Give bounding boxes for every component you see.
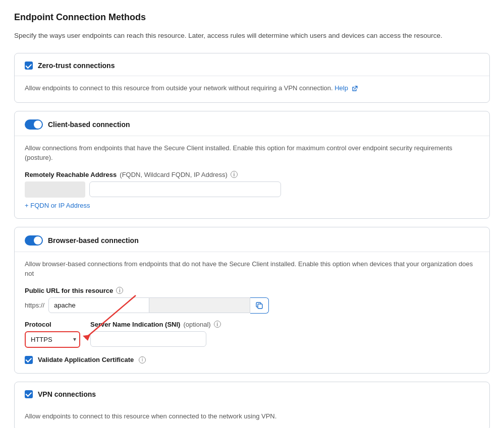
url-apache-input[interactable] bbox=[48, 297, 149, 313]
client-based-toggle[interactable] bbox=[25, 119, 43, 130]
browser-based-toggle[interactable] bbox=[25, 235, 43, 246]
client-based-body: Allow connections from endpoints that ha… bbox=[15, 136, 489, 218]
svg-rect-0 bbox=[258, 304, 262, 309]
validate-cert-row: Validate Application Certificate i bbox=[25, 356, 479, 373]
page-title: Endpoint Connection Methods bbox=[14, 12, 490, 23]
validate-cert-label: Validate Application Certificate bbox=[38, 356, 134, 363]
zero-trust-header: Zero-trust connections bbox=[15, 53, 489, 76]
browser-based-body: Allow browser-based connections from end… bbox=[15, 252, 489, 373]
browser-based-section: Browser-based connection Allow browser-b… bbox=[14, 227, 490, 374]
validate-cert-checkbox[interactable] bbox=[25, 356, 33, 364]
browser-based-description: Allow browser-based connections from end… bbox=[25, 259, 479, 279]
sni-col: Server Name Indication (SNI) (optional) … bbox=[90, 321, 221, 347]
add-fqdn-link[interactable]: + FQDN or IP Address bbox=[25, 202, 90, 209]
sni-input[interactable] bbox=[90, 331, 206, 347]
public-url-group: Public URL for this resource i https:// bbox=[25, 287, 479, 314]
protocol-select[interactable]: HTTPS HTTP bbox=[25, 331, 80, 348]
browser-based-title: Browser-based connection bbox=[48, 236, 139, 244]
vpn-header: VPN connections bbox=[15, 382, 489, 404]
sni-info-icon[interactable]: i bbox=[214, 321, 221, 328]
zero-trust-section: Zero-trust connections Allow endpoints t… bbox=[14, 53, 490, 103]
protocol-sni-container: Protocol HTTPS HTTP Server Name Indicati… bbox=[25, 321, 479, 348]
public-url-label: Public URL for this resource i bbox=[25, 287, 479, 294]
remotely-reachable-group: Remotely Reachable Address (FQDN, Wildca… bbox=[25, 171, 479, 209]
zero-trust-checkbox[interactable] bbox=[25, 62, 33, 70]
sni-label: Server Name Indication (SNI) (optional) … bbox=[90, 321, 221, 328]
url-prefix: https:// bbox=[25, 298, 48, 313]
address-info-icon[interactable]: i bbox=[231, 171, 238, 178]
page-description: Specify the ways user endpoints can reac… bbox=[14, 31, 490, 41]
zero-trust-body: Allow endpoints to connect to this resou… bbox=[15, 76, 489, 102]
zero-trust-help-link[interactable]: Help bbox=[334, 84, 357, 92]
protocol-label: Protocol bbox=[25, 321, 80, 328]
client-based-title: Client-based connection bbox=[48, 120, 130, 129]
protocol-col: Protocol HTTPS HTTP bbox=[25, 321, 80, 348]
browser-based-header: Browser-based connection bbox=[15, 227, 489, 252]
remotely-reachable-label: Remotely Reachable Address (FQDN, Wildca… bbox=[25, 171, 479, 178]
copy-icon bbox=[255, 301, 263, 310]
zero-trust-description: Allow endpoints to connect to this resou… bbox=[25, 83, 479, 93]
vpn-description: Allow endpoints to connect to this resou… bbox=[25, 411, 479, 421]
external-link-icon bbox=[352, 86, 358, 92]
address-input[interactable] bbox=[89, 181, 281, 197]
protocol-sni-row: Protocol HTTPS HTTP Server Name Indicati… bbox=[25, 321, 479, 348]
copy-url-button[interactable] bbox=[250, 297, 269, 314]
address-prefix-placeholder bbox=[25, 181, 85, 198]
client-based-description: Allow connections from endpoints that ha… bbox=[25, 143, 479, 163]
validate-cert-info-icon[interactable]: i bbox=[139, 356, 146, 363]
vpn-body: Allow endpoints to connect to this resou… bbox=[15, 404, 489, 428]
vpn-section: VPN connections Allow endpoints to conne… bbox=[14, 382, 490, 428]
client-based-section: Client-based connection Allow connection… bbox=[14, 111, 490, 219]
zero-trust-title: Zero-trust connections bbox=[38, 62, 115, 70]
vpn-title: VPN connections bbox=[38, 390, 96, 398]
vpn-checkbox[interactable] bbox=[25, 390, 33, 398]
url-domain-input bbox=[149, 297, 250, 313]
url-field-row: https:// bbox=[25, 297, 479, 314]
public-url-info-icon[interactable]: i bbox=[116, 287, 123, 294]
client-based-header: Client-based connection bbox=[15, 111, 489, 136]
protocol-select-wrapper: HTTPS HTTP bbox=[25, 331, 80, 348]
address-input-row bbox=[25, 181, 479, 198]
